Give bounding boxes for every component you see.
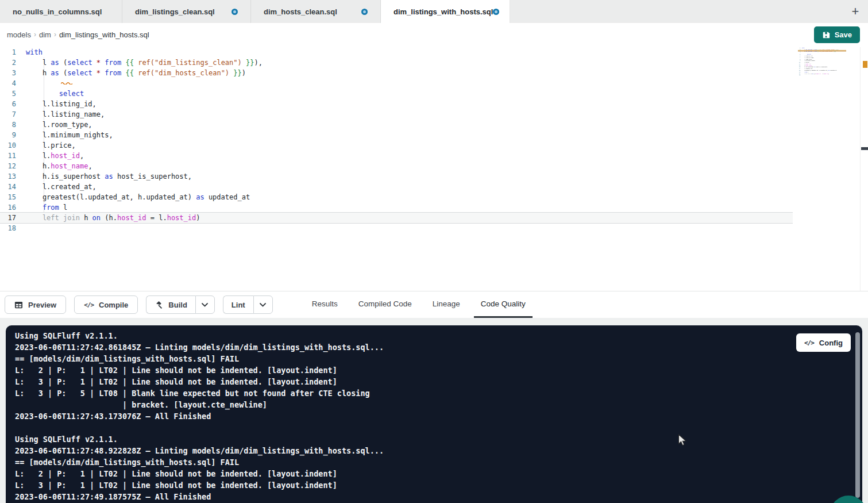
lint-dropdown-button[interactable] [253,295,273,314]
line-number: 9 [0,130,26,140]
code-text: select [26,89,84,99]
code-text: left join h on (h.host_id = l.host_id) [26,213,200,223]
code-text: l.listing_name, [26,109,105,120]
line-number: 8 [0,120,26,130]
chevron-down-icon [260,303,266,307]
code-line-13[interactable]: 13 h.is_superhost as host_is_superhost, [0,171,793,182]
tab-results[interactable]: Results [305,291,345,318]
line-number: 2 [0,57,26,68]
tab-dim-listings-with-hosts[interactable]: dim_listings_with_hosts.sql [381,0,510,23]
minimap[interactable]: 1with2 l as (select * from {{ ref("dim_l… [798,47,846,112]
code-text: with [26,47,43,57]
code-text: l.host_id, [26,151,84,161]
tab-label: no_nulls_in_columns.sql [13,7,102,16]
code-text: from l [26,202,67,213]
lint-label: Lint [232,301,245,309]
code-text: l.room_type, [26,120,92,130]
line-number: 18 [0,223,26,233]
scrollbar-cursor-marker [861,147,868,150]
line-number: 15 [0,192,26,202]
preview-label: Preview [28,301,56,309]
code-line-4[interactable]: 4 [0,78,793,89]
code-line-11[interactable]: 11 l.host_id, [0,151,793,161]
build-button[interactable]: Build [146,295,195,314]
line-number: 4 [0,78,26,89]
tab-no-nulls-in-columns[interactable]: no_nulls_in_columns.sql [0,0,122,23]
config-label: Config [819,339,843,347]
line-number: 17 [0,213,26,223]
unsaved-indicator-icon [361,9,368,15]
line-number: 14 [0,182,26,192]
tab-lineage[interactable]: Lineage [426,291,467,318]
code-line-18[interactable]: 18 [0,223,793,233]
line-number: 18 [798,74,802,76]
breadcrumb-separator-icon: › [54,30,56,39]
line-number: 13 [0,171,26,182]
code-editor[interactable]: 1with2 l as (select * from {{ ref("dim_l… [0,46,868,291]
line-number: 7 [0,109,26,120]
save-button[interactable]: Save [814,26,860,43]
line-number: 12 [0,161,26,171]
results-panel: Using SQLFluff v2.1.1. 2023-06-06T11:27:… [0,318,868,503]
breadcrumb-bar: models›dim›dim_listings_with_hosts.sql S… [0,23,868,46]
terminal-output: Using SQLFluff v2.1.1. 2023-06-06T11:27:… [6,325,862,503]
tab-compiled-code[interactable]: Compiled Code [352,291,419,318]
lint-squiggle-underline [61,76,72,79]
line-number: 1 [0,47,26,57]
editor-scrollbar[interactable] [860,47,861,291]
line-number: 3 [0,68,26,78]
tab-label: dim_listings_with_hosts.sql [394,7,493,16]
terminal-scrollbar[interactable] [855,332,860,498]
code-text: l.minimum_nights, [26,130,113,140]
compile-label: Compile [99,301,128,309]
code-line-15[interactable]: 15 greatest(l.updated_at, h.updated_at) … [0,192,793,202]
chevron-down-icon [202,303,208,307]
tab-bar: no_nulls_in_columns.sqldim_listings_clea… [0,0,868,23]
build-label: Build [168,301,187,309]
code-icon: </> [84,301,94,309]
code-text: h.is_superhost as host_is_superhost, [26,171,192,182]
compile-button[interactable]: </>Compile [74,295,138,314]
code-line-2[interactable]: 2 l as (select * from {{ ref("dim_listin… [0,57,793,68]
line-number: 16 [0,202,26,213]
code-line-1[interactable]: 1with [0,47,793,57]
tab-dim-listings-clean[interactable]: dim_listings_clean.sql [122,0,251,23]
code-line-6[interactable]: 6 l.listing_id, [0,99,793,109]
code-line-7[interactable]: 7 l.listing_name, [0,109,793,120]
code-text: greatest(l.updated_at, h.updated_at) as … [26,192,250,202]
code-line-5[interactable]: 5 select [0,89,793,99]
breadcrumb-separator-icon: › [34,30,36,39]
lint-log-text: Using SQLFluff v2.1.1. 2023-06-06T11:27:… [15,330,384,502]
tab-dim-hosts-clean[interactable]: dim_hosts_clean.sql [251,0,381,23]
code-icon: </> [804,339,814,347]
config-button[interactable]: </> Config [796,333,851,352]
code-line-12[interactable]: 12 h.host_name, [0,161,793,171]
new-tab-button[interactable]: + [847,3,863,20]
table-grid-icon [14,301,23,309]
breadcrumb-segment: dim_listings_with_hosts.sql [59,30,149,39]
scrollbar-warning-marker [863,61,867,68]
code-line-18: 18 [798,74,846,76]
preview-button[interactable]: Preview [5,295,66,314]
code-line-10[interactable]: 10 l.price, [0,140,793,151]
code-text: h.host_name, [26,161,92,171]
code-line-17[interactable]: 17 left join h on (h.host_id = l.host_id… [0,213,793,223]
save-label: Save [835,30,852,39]
unsaved-indicator-icon [493,9,499,15]
hammer-icon [155,301,163,309]
tab-label: dim_hosts_clean.sql [264,7,337,16]
lint-button[interactable]: Lint [223,295,253,314]
build-dropdown-button[interactable] [195,295,215,314]
code-line-3[interactable]: 3 h as (select * from {{ ref("dim_hosts_… [0,68,793,78]
code-line-14[interactable]: 14 l.created_at, [0,182,793,192]
code-line-16[interactable]: 16 from l [0,202,793,213]
breadcrumb-segment: dim [39,30,51,39]
code-text: l.created_at, [26,182,97,192]
breadcrumb: models›dim›dim_listings_with_hosts.sql [7,23,149,46]
tab-code-quality[interactable]: Code Quality [474,291,533,318]
line-number: 11 [0,151,26,161]
code-line-9[interactable]: 9 l.minimum_nights, [0,130,793,140]
line-number: 6 [0,99,26,109]
line-number: 5 [0,89,26,99]
code-line-8[interactable]: 8 l.room_type, [0,120,793,130]
